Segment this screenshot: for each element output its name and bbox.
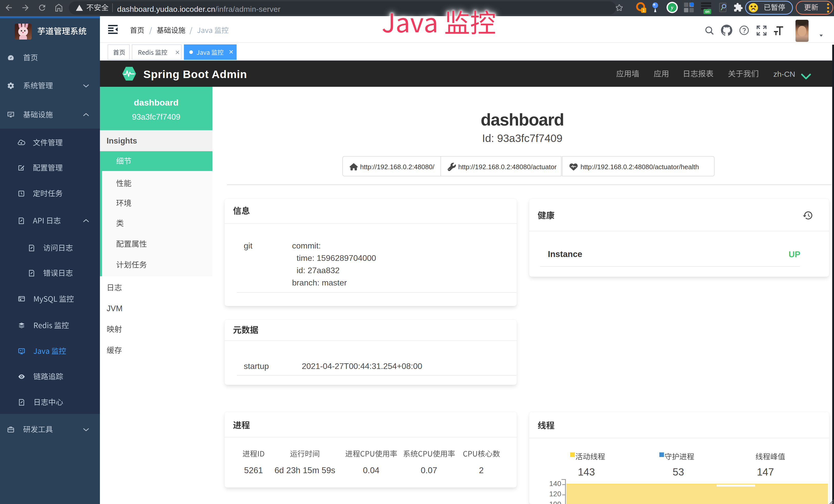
svg-text:y: y	[671, 5, 674, 10]
svg-text:on: on	[705, 9, 709, 14]
svg-text:1: 1	[643, 8, 645, 13]
